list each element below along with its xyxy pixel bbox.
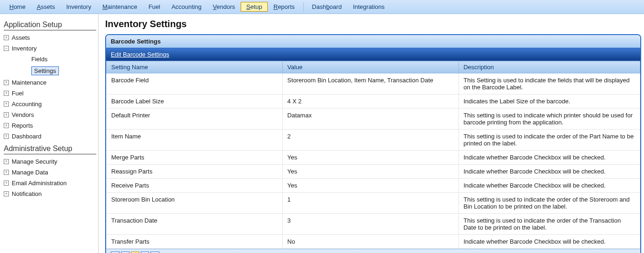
menu-item-home[interactable]: Home xyxy=(4,2,31,12)
cell-value: Storeroom Bin Location, Item Name, Trans… xyxy=(282,73,458,94)
tree-item-label: Dashboard xyxy=(12,133,42,140)
table-row[interactable]: Transaction Date3This setting is used to… xyxy=(107,214,640,235)
application-setup-tree: AssetsInventoryFieldsSettingsMaintenance… xyxy=(4,32,96,142)
cell-desc: Indicate whether Barcode Checkbox will b… xyxy=(458,165,640,179)
expand-icon[interactable] xyxy=(4,159,9,164)
menu-item-accounting[interactable]: Accounting xyxy=(166,2,207,12)
tree-item-manage-data[interactable]: Manage Data xyxy=(4,167,96,178)
cell-name: Transaction Date xyxy=(107,214,283,235)
cell-value: 1 xyxy=(282,193,458,214)
pager: |◀ ◀ 1 ▶ ▶| 10 items in 1 pages xyxy=(106,249,640,253)
menu-item-vendors[interactable]: Vendors xyxy=(207,2,241,12)
menubar: HomeAssetsInventoryMaintenanceFuelAccoun… xyxy=(0,0,644,14)
panel-title: Barcode Settings xyxy=(106,35,640,48)
tree-item-label: Manage Security xyxy=(12,158,57,165)
table-row[interactable]: Receive PartsYesIndicate whether Barcode… xyxy=(107,179,640,193)
menu-item-assets[interactable]: Assets xyxy=(31,2,61,12)
tree-item-label: Email Administration xyxy=(12,180,67,187)
application-setup-header: Application Setup xyxy=(4,21,96,30)
table-row[interactable]: Merge PartsYesIndicate whether Barcode C… xyxy=(107,151,640,165)
tree-item-label: Fuel xyxy=(12,90,23,97)
content-area: Inventory Settings Barcode Settings Edit… xyxy=(98,14,644,253)
tree-item-label: Inventory xyxy=(12,45,36,52)
tree-item-label: Reports xyxy=(12,122,33,129)
tree-item-label: Settings xyxy=(31,66,59,75)
menu-item-setup[interactable]: Setup xyxy=(241,2,268,12)
cell-name: Barcode Label Size xyxy=(107,94,283,108)
tree-item-label: Accounting xyxy=(12,101,42,108)
tree-item-inventory[interactable]: Inventory xyxy=(4,43,96,54)
table-row[interactable]: Default PrinterDatamaxThis setting is us… xyxy=(107,108,640,130)
tree-item-label: Notification xyxy=(12,190,42,197)
tree-item-reports[interactable]: Reports xyxy=(4,120,96,131)
cell-desc: Indicates the Label Size of the barcode. xyxy=(458,94,640,108)
menu-item-reports[interactable]: Reports xyxy=(268,2,301,12)
tree-item-label: Vendors xyxy=(12,111,34,118)
menu-item-inventory[interactable]: Inventory xyxy=(61,2,97,12)
cell-name: Transfer Parts xyxy=(107,235,283,249)
cell-desc: Indicate whether Barcode Checkbox will b… xyxy=(458,151,640,165)
cell-desc: This Setting is used to indicate the fie… xyxy=(458,73,640,94)
tree-item-label: Maintenance xyxy=(12,79,46,86)
cell-value: Datamax xyxy=(282,108,458,130)
tree-item-label: Manage Data xyxy=(12,169,48,176)
menu-separator xyxy=(303,2,304,12)
sidebar: Application Setup AssetsInventoryFieldsS… xyxy=(0,14,98,253)
column-header-value[interactable]: Value xyxy=(282,61,458,73)
expand-icon[interactable] xyxy=(4,170,9,175)
menu-item-maintenance[interactable]: Maintenance xyxy=(97,2,143,12)
table-row[interactable]: Barcode Label Size4 X 2Indicates the Lab… xyxy=(107,94,640,108)
cell-desc: Indicate whether Barcode Checkbox will b… xyxy=(458,235,640,249)
cell-desc: Indicate whether Barcode Checkbox will b… xyxy=(458,179,640,193)
menu-item-fuel[interactable]: Fuel xyxy=(143,2,166,12)
menu-item-integrations[interactable]: Integrations xyxy=(347,2,390,12)
cell-name: Storeroom Bin Location xyxy=(107,193,283,214)
edit-barcode-settings-link[interactable]: Edit Barcode Settings xyxy=(111,51,169,58)
cell-desc: This setting is used to indicate the ord… xyxy=(458,130,640,151)
cell-desc: This setting is used to indicate the ord… xyxy=(458,193,640,214)
expand-icon[interactable] xyxy=(4,91,9,96)
expand-icon[interactable] xyxy=(4,191,9,196)
tree-item-settings[interactable]: Settings xyxy=(14,65,96,77)
table-row[interactable]: Barcode FieldStoreroom Bin Location, Ite… xyxy=(107,73,640,94)
tree-item-maintenance[interactable]: Maintenance xyxy=(4,77,96,88)
cell-name: Default Printer xyxy=(107,108,283,130)
tree-item-vendors[interactable]: Vendors xyxy=(4,109,96,120)
tree-item-fuel[interactable]: Fuel xyxy=(4,88,96,99)
cell-value: Yes xyxy=(282,151,458,165)
cell-value: 4 X 2 xyxy=(282,94,458,108)
tree-item-assets[interactable]: Assets xyxy=(4,32,96,43)
tree-item-fields[interactable]: Fields xyxy=(14,54,96,65)
administrative-setup-header: Administrative Setup xyxy=(4,145,96,154)
expand-icon[interactable] xyxy=(4,134,9,139)
column-header-setting-name[interactable]: Setting Name xyxy=(107,61,283,73)
tree-item-dashboard[interactable]: Dashboard xyxy=(4,131,96,142)
expand-icon[interactable] xyxy=(4,112,9,117)
page-title: Inventory Settings xyxy=(105,19,641,29)
table-row[interactable]: Reassign PartsYesIndicate whether Barcod… xyxy=(107,165,640,179)
expand-icon[interactable] xyxy=(4,123,9,128)
menu-item-dashboard[interactable]: Dashboard xyxy=(307,2,348,12)
cell-name: Merge Parts xyxy=(107,151,283,165)
cell-desc: This setting is used to indicate the ord… xyxy=(458,214,640,235)
collapse-icon[interactable] xyxy=(4,46,9,51)
table-row[interactable]: Transfer PartsNoIndicate whether Barcode… xyxy=(107,235,640,249)
expand-icon[interactable] xyxy=(4,181,9,186)
table-row[interactable]: Storeroom Bin Location1This setting is u… xyxy=(107,193,640,214)
cell-name: Barcode Field xyxy=(107,73,283,94)
cell-name: Reassign Parts xyxy=(107,165,283,179)
cell-value: No xyxy=(282,235,458,249)
expand-icon[interactable] xyxy=(4,101,9,107)
cell-name: Item Name xyxy=(107,130,283,151)
cell-value: 3 xyxy=(282,214,458,235)
expand-icon[interactable] xyxy=(4,80,9,85)
tree-item-notification[interactable]: Notification xyxy=(4,188,96,199)
expand-icon[interactable] xyxy=(4,35,9,40)
administrative-setup-tree: Manage SecurityManage DataEmail Administ… xyxy=(4,156,96,199)
table-row[interactable]: Item Name2This setting is used to indica… xyxy=(107,130,640,151)
tree-item-email-administration[interactable]: Email Administration xyxy=(4,178,96,188)
tree-item-manage-security[interactable]: Manage Security xyxy=(4,156,96,167)
cell-name: Receive Parts xyxy=(107,179,283,193)
column-header-description[interactable]: Description xyxy=(458,61,640,73)
tree-item-accounting[interactable]: Accounting xyxy=(4,99,96,109)
